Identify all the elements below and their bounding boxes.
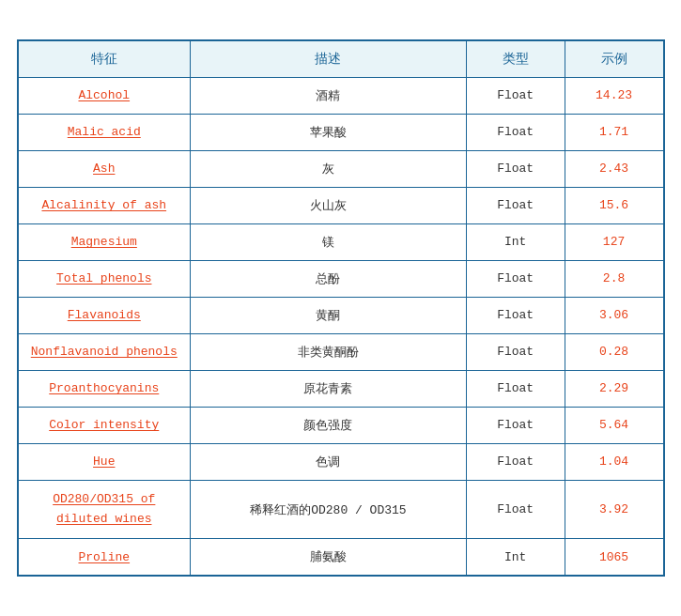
table-row: Alcohol酒精Float14.23 <box>18 77 663 114</box>
type-cell: Float <box>466 114 565 150</box>
example-cell: 15.6 <box>565 187 663 223</box>
description-cell: 脯氨酸 <box>191 539 467 576</box>
example-cell: 5.64 <box>565 407 663 443</box>
type-cell: Int <box>466 539 565 576</box>
example-cell: 2.29 <box>565 370 663 407</box>
table-row: Malic acid苹果酸Float1.71 <box>18 114 663 150</box>
example-cell: 0.28 <box>565 333 663 370</box>
table-row: Flavanoids黄酮Float3.06 <box>18 297 663 333</box>
table-row: OD280/OD315 ofdiluted wines稀释红酒的OD280 / … <box>18 480 663 539</box>
feature-cell: Proline <box>18 539 191 576</box>
table-row: Nonflavanoid phenols非类黄酮酚Float0.28 <box>18 333 663 370</box>
feature-cell: Total phenols <box>18 260 191 297</box>
description-cell: 酒精 <box>191 77 467 114</box>
table-row: Alcalinity of ash火山灰Float15.6 <box>18 187 663 223</box>
description-cell: 原花青素 <box>191 370 467 407</box>
feature-cell: Magnesium <box>18 223 191 260</box>
description-cell: 非类黄酮酚 <box>191 333 467 370</box>
table-row: Ash灰Float2.43 <box>18 150 663 187</box>
example-cell: 3.92 <box>565 480 663 539</box>
type-cell: Float <box>466 443 565 480</box>
main-table-container: 特征 描述 类型 示例 Alcohol酒精Float14.23Malic aci… <box>17 39 665 578</box>
description-cell: 灰 <box>191 150 467 187</box>
description-cell: 色调 <box>191 443 467 480</box>
header-description: 描述 <box>191 40 467 77</box>
feature-cell: Color intensity <box>18 407 191 443</box>
type-cell: Float <box>466 480 565 539</box>
feature-cell: Ash <box>18 150 191 187</box>
example-cell: 127 <box>565 223 663 260</box>
table-row: Magnesium镁Int127 <box>18 223 663 260</box>
type-cell: Float <box>466 297 565 333</box>
type-cell: Float <box>466 370 565 407</box>
type-cell: Float <box>466 150 565 187</box>
feature-cell: Flavanoids <box>18 297 191 333</box>
description-cell: 稀释红酒的OD280 / OD315 <box>191 480 467 539</box>
table-header-row: 特征 描述 类型 示例 <box>18 40 663 77</box>
example-cell: 1.04 <box>565 443 663 480</box>
type-cell: Float <box>466 187 565 223</box>
feature-cell: Proanthocyanins <box>18 370 191 407</box>
table-row: Color intensity颜色强度Float5.64 <box>18 407 663 443</box>
type-cell: Float <box>466 333 565 370</box>
example-cell: 1.71 <box>565 114 663 150</box>
feature-cell: Alcohol <box>18 77 191 114</box>
header-example: 示例 <box>565 40 663 77</box>
type-cell: Float <box>466 407 565 443</box>
header-type: 类型 <box>466 40 565 77</box>
feature-cell: Malic acid <box>18 114 191 150</box>
type-cell: Float <box>466 77 565 114</box>
example-cell: 2.8 <box>565 260 663 297</box>
header-feature: 特征 <box>18 40 191 77</box>
feature-cell: Nonflavanoid phenols <box>18 333 191 370</box>
description-cell: 黄酮 <box>191 297 467 333</box>
type-cell: Float <box>466 260 565 297</box>
example-cell: 3.06 <box>565 297 663 333</box>
table-row: Proanthocyanins原花青素Float2.29 <box>18 370 663 407</box>
table-row: Hue色调Float1.04 <box>18 443 663 480</box>
example-cell: 14.23 <box>565 77 663 114</box>
feature-cell: OD280/OD315 ofdiluted wines <box>18 480 191 539</box>
description-cell: 颜色强度 <box>191 407 467 443</box>
feature-cell: Hue <box>18 443 191 480</box>
example-cell: 1065 <box>565 539 663 576</box>
table-row: Proline脯氨酸Int1065 <box>18 539 663 576</box>
description-cell: 镁 <box>191 223 467 260</box>
example-cell: 2.43 <box>565 150 663 187</box>
feature-cell: Alcalinity of ash <box>18 187 191 223</box>
data-table: 特征 描述 类型 示例 Alcohol酒精Float14.23Malic aci… <box>18 40 664 577</box>
type-cell: Int <box>466 223 565 260</box>
description-cell: 总酚 <box>191 260 467 297</box>
description-cell: 火山灰 <box>191 187 467 223</box>
description-cell: 苹果酸 <box>191 114 467 150</box>
table-row: Total phenols总酚Float2.8 <box>18 260 663 297</box>
